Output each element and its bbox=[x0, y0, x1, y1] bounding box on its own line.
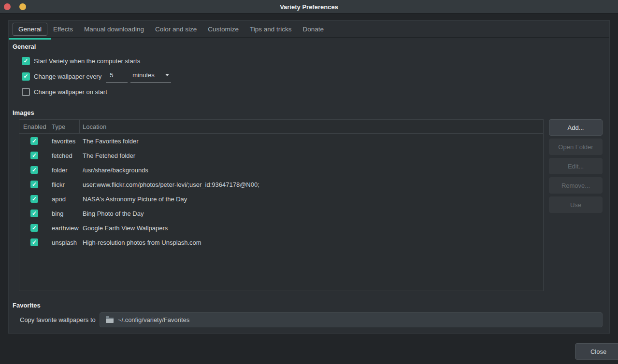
general-section-title: General bbox=[13, 43, 605, 50]
change-on-start-row: Change wallpaper on start bbox=[22, 84, 605, 99]
use-button: Use bbox=[549, 196, 603, 213]
open-folder-button: Open Folder bbox=[549, 139, 603, 155]
source-location: High-resolution photos from Unsplash.com bbox=[80, 239, 543, 246]
copy-favorites-label: Copy favorite wallpapers to bbox=[20, 316, 96, 323]
change-on-start-checkbox[interactable] bbox=[22, 88, 30, 96]
row-enabled-checkbox[interactable] bbox=[30, 137, 38, 145]
table-row[interactable]: bing Bing Photo of the Day bbox=[19, 206, 543, 221]
tab-general[interactable]: General bbox=[13, 23, 47, 36]
favorites-section-title: Favorites bbox=[13, 302, 605, 309]
favorites-path: ~/.config/variety/Favorites bbox=[118, 316, 189, 323]
table-row[interactable]: fetched The Fetched folder bbox=[19, 148, 543, 163]
source-type: bing bbox=[49, 210, 80, 217]
table-row[interactable]: flickr user:www.flickr.com/photos/peter-… bbox=[19, 177, 543, 192]
column-header-enabled[interactable]: Enabled bbox=[19, 120, 49, 133]
source-location: Google Earth View Wallpapers bbox=[80, 224, 543, 232]
autostart-checkbox[interactable] bbox=[22, 57, 30, 65]
row-enabled-checkbox[interactable] bbox=[30, 152, 38, 159]
source-location: user:www.flickr.com/photos/peter-levi/;u… bbox=[80, 181, 543, 188]
dropdown-arrow-icon bbox=[165, 74, 169, 76]
source-type: favorites bbox=[49, 138, 80, 145]
table-row[interactable]: folder /usr/share/backgrounds bbox=[19, 163, 543, 177]
folder-icon bbox=[106, 318, 114, 323]
table-header: Enabled Type Location bbox=[19, 120, 543, 134]
source-actions: Add... Open Folder Edit... Remove... Use bbox=[549, 119, 603, 213]
source-location: The Favorites folder bbox=[80, 138, 543, 145]
tab-tips-and-tricks[interactable]: Tips and tricks bbox=[244, 23, 297, 35]
tab-effects[interactable]: Effects bbox=[48, 23, 78, 35]
source-type: apod bbox=[49, 196, 80, 203]
image-sources-table: Enabled Type Location favorites The Favo… bbox=[19, 119, 544, 291]
close-button[interactable]: Close bbox=[575, 343, 618, 360]
interval-input[interactable] bbox=[106, 70, 128, 83]
interval-unit-dropdown[interactable]: minutes bbox=[130, 70, 171, 83]
source-type: earthview bbox=[49, 224, 80, 232]
change-on-start-label: Change wallpaper on start bbox=[34, 88, 107, 96]
source-location: The Fetched folder bbox=[80, 152, 543, 159]
tab-color-and-size[interactable]: Color and size bbox=[150, 23, 202, 35]
source-location: Bing Photo of the Day bbox=[80, 210, 543, 217]
source-location: NASA's Astronomy Picture of the Day bbox=[80, 196, 543, 203]
tab-donate[interactable]: Donate bbox=[298, 23, 330, 35]
preferences-notebook: General Effects Manual downloading Color… bbox=[8, 20, 610, 334]
column-header-location[interactable]: Location bbox=[80, 120, 543, 133]
source-type: flickr bbox=[49, 181, 80, 188]
titlebar: Variety Preferences bbox=[0, 0, 618, 14]
interval-unit-value: minutes bbox=[132, 71, 162, 79]
row-enabled-checkbox[interactable] bbox=[30, 181, 38, 188]
source-type: unsplash bbox=[49, 239, 80, 246]
table-row[interactable]: unsplash High-resolution photos from Uns… bbox=[19, 235, 543, 250]
row-enabled-checkbox[interactable] bbox=[30, 195, 38, 203]
images-section-title: Images bbox=[13, 109, 605, 116]
edit-button: Edit... bbox=[549, 158, 603, 174]
table-row[interactable]: favorites The Favorites folder bbox=[19, 134, 543, 148]
row-enabled-checkbox[interactable] bbox=[30, 224, 38, 232]
source-type: fetched bbox=[49, 152, 80, 159]
autostart-row: Start Variety when the computer starts bbox=[22, 53, 605, 69]
general-tab-page: General Start Variety when the computer … bbox=[9, 38, 609, 327]
tab-bar: General Effects Manual downloading Color… bbox=[9, 21, 609, 38]
table-row[interactable]: apod NASA's Astronomy Picture of the Day bbox=[19, 192, 543, 206]
change-wallpaper-label: Change wallpaper every bbox=[34, 73, 101, 80]
tab-customize[interactable]: Customize bbox=[202, 23, 244, 35]
row-enabled-checkbox[interactable] bbox=[30, 238, 38, 246]
source-type: folder bbox=[49, 167, 80, 174]
row-enabled-checkbox[interactable] bbox=[30, 166, 38, 174]
source-location: /usr/share/backgrounds bbox=[80, 167, 543, 174]
remove-button: Remove... bbox=[549, 177, 603, 194]
autostart-label: Start Variety when the computer starts bbox=[34, 57, 140, 65]
row-enabled-checkbox[interactable] bbox=[30, 210, 38, 217]
window-title: Variety Preferences bbox=[0, 0, 618, 14]
change-wallpaper-checkbox[interactable] bbox=[22, 72, 30, 81]
tab-manual-downloading[interactable]: Manual downloading bbox=[79, 23, 149, 35]
favorites-folder-chooser[interactable]: ~/.config/variety/Favorites bbox=[100, 312, 603, 327]
column-header-type[interactable]: Type bbox=[49, 120, 80, 133]
table-row[interactable]: earthview Google Earth View Wallpapers bbox=[19, 221, 543, 235]
general-options: Start Variety when the computer starts C… bbox=[22, 53, 605, 99]
change-interval-row: Change wallpaper every minutes bbox=[22, 69, 605, 84]
add-button[interactable]: Add... bbox=[549, 119, 603, 136]
